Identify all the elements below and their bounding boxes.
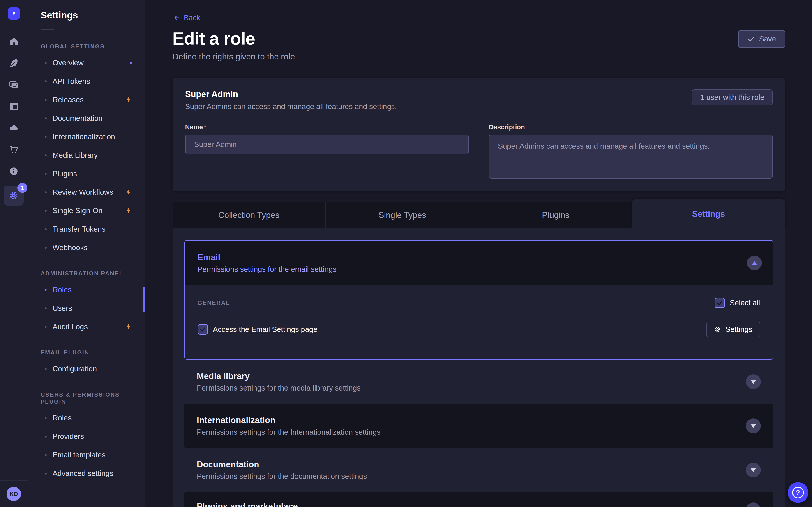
content-manager-icon[interactable]: [6, 56, 21, 70]
sidebar-scrollbar-thumb[interactable]: [143, 287, 145, 312]
sidebar-item-webhooks[interactable]: Webhooks: [28, 238, 145, 257]
content-type-builder-icon[interactable]: [6, 99, 21, 114]
bullet: [45, 247, 47, 249]
tab-plugins[interactable]: Plugins: [479, 202, 632, 228]
strapi-logo-wrap[interactable]: [0, 0, 28, 27]
sidebar-divider: [41, 29, 54, 30]
lightning-icon: [125, 323, 133, 331]
accordion-email: Email Permissions settings for the email…: [184, 240, 773, 360]
settings-sidebar: Settings GLOBAL SETTINGS Overview API To…: [28, 0, 146, 507]
accordion-media-library[interactable]: Media library Permissions settings for t…: [184, 360, 773, 404]
lightning-icon: [125, 96, 133, 104]
sidebar-item-single-sign-on[interactable]: Single Sign-On: [28, 202, 145, 220]
bullet: [45, 117, 47, 119]
expand-button[interactable]: [746, 463, 761, 477]
sidebar-item-advanced-settings[interactable]: Advanced settings: [28, 464, 145, 483]
check-icon: [716, 299, 723, 307]
back-label: Back: [184, 13, 200, 22]
bullet: [45, 154, 47, 156]
bullet: [45, 62, 47, 64]
media-library-icon[interactable]: [6, 77, 21, 92]
chevron-down-icon: [750, 380, 756, 384]
sidebar-item-internationalization[interactable]: Internationalization: [28, 127, 145, 146]
accordion-email-title: Email: [198, 252, 760, 262]
section-heading-admin-panel: ADMINISTRATION PANEL: [41, 270, 145, 277]
sidebar-item-audit-logs[interactable]: Audit Logs: [28, 318, 145, 336]
lightning-icon: [125, 207, 133, 215]
sidebar-item-plugins[interactable]: Plugins: [28, 165, 145, 183]
sidebar-item-releases[interactable]: Releases: [28, 91, 145, 109]
collapse-button[interactable]: [747, 256, 762, 270]
tab-single-types[interactable]: Single Types: [326, 202, 479, 228]
main-nav-rail: 1 KD: [0, 0, 28, 507]
sidebar-item-documentation[interactable]: Documentation: [28, 109, 145, 127]
description-field[interactable]: Super Admins can access and manage all f…: [489, 134, 772, 179]
accordion-email-header[interactable]: Email Permissions settings for the email…: [185, 241, 773, 285]
sidebar-title: Settings: [28, 10, 145, 21]
name-label: Name*: [185, 123, 206, 131]
sidebar-item-email-templates[interactable]: Email templates: [28, 446, 145, 464]
save-button[interactable]: Save: [738, 30, 785, 48]
name-field[interactable]: [185, 134, 469, 154]
bullet: [45, 191, 47, 193]
settings-badge: 1: [17, 183, 27, 193]
accordion-plugins-marketplace[interactable]: Plugins and marketplace: [184, 492, 773, 507]
expand-button[interactable]: [746, 374, 761, 389]
tab-settings[interactable]: Settings: [632, 200, 785, 228]
sidebar-item-roles[interactable]: Roles: [28, 281, 145, 299]
sidebar-item-api-tokens[interactable]: API Tokens: [28, 72, 145, 91]
sidebar-item-users[interactable]: Users: [28, 299, 145, 318]
sidebar-item-up-roles[interactable]: Roles: [28, 409, 145, 427]
accordion-email-body: GENERAL Select all: [185, 285, 773, 359]
main-content: Back Edit a role Save Define the rights …: [146, 0, 812, 507]
email-settings-permission-label: Access the Email Settings page: [213, 325, 317, 334]
avatar[interactable]: KD: [6, 487, 21, 501]
expand-button[interactable]: [746, 418, 761, 433]
sidebar-item-media-library[interactable]: Media Library: [28, 146, 145, 165]
cloud-icon[interactable]: [6, 121, 21, 135]
expand-button[interactable]: [746, 503, 761, 507]
check-icon: [199, 326, 207, 333]
sidebar-item-transfer-tokens[interactable]: Transfer Tokens: [28, 220, 145, 238]
marketplace-icon[interactable]: [6, 143, 21, 157]
tab-collection-types[interactable]: Collection Types: [172, 202, 326, 228]
sidebar-item-review-workflows[interactable]: Review Workflows: [28, 183, 145, 202]
select-all-checkbox[interactable]: [715, 298, 725, 308]
info-icon[interactable]: [6, 164, 21, 178]
bullet: [45, 417, 47, 419]
bullet: [45, 326, 47, 328]
email-settings-button[interactable]: Settings: [706, 322, 760, 337]
back-link[interactable]: Back: [172, 13, 785, 22]
accordion-internationalization[interactable]: Internationalization Permissions setting…: [184, 404, 773, 448]
check-icon: [747, 35, 755, 43]
users-with-role-button[interactable]: 1 user with this role: [692, 90, 772, 105]
settings-tab-panel: Email Permissions settings for the email…: [172, 228, 785, 507]
accordion-documentation[interactable]: Documentation Permissions settings for t…: [184, 448, 773, 492]
chevron-down-icon: [750, 468, 756, 472]
bullet: [45, 210, 47, 212]
email-settings-checkbox[interactable]: [198, 324, 208, 335]
back-arrow-icon: [172, 14, 180, 22]
help-button[interactable]: ?: [788, 482, 808, 503]
bullet: [45, 472, 47, 474]
role-card: Super Admin Super Admins can access and …: [172, 78, 785, 191]
required-asterisk: *: [204, 123, 206, 131]
bullet: [45, 136, 47, 138]
gear-icon: [714, 326, 721, 333]
notification-dot: [130, 62, 133, 64]
rail-items: 1: [4, 34, 24, 206]
description-label: Description: [489, 123, 525, 131]
strapi-logo-icon: [8, 7, 20, 19]
bullet: [45, 368, 47, 370]
sidebar-item-overview[interactable]: Overview: [28, 54, 145, 72]
bullet: [45, 80, 47, 82]
chevron-down-icon: [750, 424, 756, 428]
sidebar-item-providers[interactable]: Providers: [28, 427, 145, 446]
bullet: [45, 228, 47, 230]
settings-nav-icon[interactable]: 1: [4, 186, 24, 206]
app-root: 1 KD Settings GLOBAL SETTINGS Overview A…: [0, 0, 812, 507]
sidebar-item-configuration[interactable]: Configuration: [28, 360, 145, 378]
home-icon[interactable]: [6, 34, 21, 49]
bullet: [45, 307, 47, 309]
bullet: [45, 289, 47, 291]
